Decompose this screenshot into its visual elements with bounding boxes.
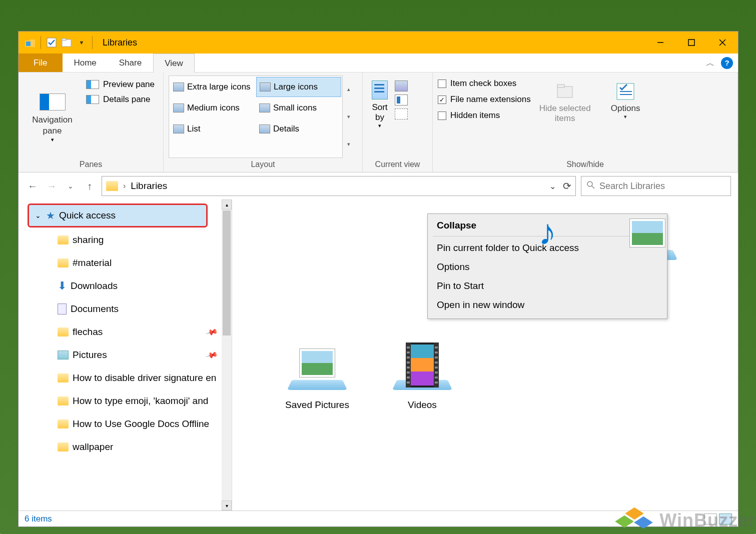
address-dropdown-icon[interactable]: ⌄	[549, 182, 556, 191]
up-button[interactable]: ↑	[83, 179, 97, 193]
sidebar-item--material[interactable]: #material	[19, 252, 232, 274]
sidebar-item-how-to-disable-driver-si[interactable]: How to disable driver signature en	[19, 366, 232, 390]
document-icon	[58, 304, 67, 314]
close-button[interactable]	[707, 32, 738, 54]
titlebar[interactable]: ▼ Libraries	[19, 32, 738, 54]
checkbox-checked-icon	[438, 96, 446, 104]
forward-button[interactable]: →	[45, 179, 59, 193]
sidebar-item-how-to-use-google-docs-o[interactable]: How to Use Google Docs Offline	[19, 412, 232, 436]
item-check-boxes-toggle[interactable]: Item check boxes	[438, 78, 531, 88]
scrollbar-up-button[interactable]: ▴	[222, 200, 232, 210]
maximize-button[interactable]	[676, 32, 707, 54]
breadcrumb[interactable]: Libraries	[131, 180, 167, 192]
chevron-expand-icon[interactable]: ▾	[347, 141, 350, 148]
pin-icon: 📌	[205, 348, 219, 362]
collapse-ribbon-icon[interactable]: ︿	[706, 57, 715, 69]
hidden-items-toggle[interactable]: Hidden items	[438, 110, 531, 120]
svg-rect-2	[26, 42, 31, 46]
navigation-pane-button[interactable]: Navigation pane ▾	[24, 76, 81, 158]
sidebar-item-label: How to Use Google Docs Offline	[73, 418, 209, 430]
tab-file[interactable]: File	[19, 54, 63, 72]
sort-by-button[interactable]: Sort by ▾	[368, 78, 392, 158]
file-name-extensions-toggle[interactable]: File name extensions	[438, 94, 531, 104]
svg-rect-7	[688, 40, 694, 46]
back-button[interactable]: ←	[26, 179, 40, 193]
library-label: Videos	[408, 400, 437, 410]
chevron-up-icon[interactable]: ▴	[347, 86, 350, 92]
layout-item-icon	[173, 82, 184, 92]
details-pane-button[interactable]: Details pane	[86, 94, 155, 104]
ribbon-group-layout: Extra large iconsLarge iconsMedium icons…	[164, 72, 363, 172]
svg-rect-10	[557, 86, 572, 98]
file-name-extensions-label: File name extensions	[450, 94, 531, 104]
address-bar[interactable]: › Libraries ⌄ ⟳	[102, 176, 576, 196]
layout-item-large-icons[interactable]: Large icons	[256, 77, 341, 97]
sidebar-item-label: wallpaper	[73, 442, 113, 452]
quick-access-label: Quick access	[59, 210, 116, 221]
file-list[interactable]: ♪MusicPicturesSaved PicturesVideos Colla…	[232, 200, 738, 510]
separator	[92, 36, 93, 49]
tab-share[interactable]: Share	[108, 54, 153, 72]
minimize-button[interactable]	[645, 32, 676, 54]
sidebar-item-flechas[interactable]: flechas📌	[19, 320, 232, 344]
context-menu-open-new-window[interactable]: Open in new window	[428, 296, 667, 314]
options-button[interactable]: Options ▾	[599, 78, 652, 158]
sidebar-item-wallpaper[interactable]: wallpaper	[19, 436, 232, 458]
context-menu-pin-start[interactable]: Pin to Start	[428, 276, 667, 296]
layout-item-icon	[259, 124, 270, 134]
add-columns-button[interactable]	[395, 94, 408, 106]
tab-home[interactable]: Home	[63, 54, 108, 72]
separator	[41, 36, 41, 49]
layout-item-small-icons[interactable]: Small icons	[256, 98, 341, 118]
layout-gallery[interactable]: Extra large iconsLarge iconsMedium icons…	[169, 76, 343, 158]
chevron-down-icon[interactable]: ▾	[347, 114, 350, 120]
library-videos[interactable]: Videos	[382, 340, 462, 410]
ribbon-group-label: Layout	[169, 158, 357, 171]
group-by-button[interactable]	[395, 80, 408, 92]
layout-item-icon	[260, 82, 271, 92]
sidebar-item-sharing[interactable]: sharing	[19, 228, 232, 252]
library-saved-pictures[interactable]: Saved Pictures	[277, 340, 357, 410]
context-menu-options[interactable]: Options	[428, 258, 667, 276]
svg-point-15	[587, 182, 592, 186]
layout-item-icon	[173, 104, 184, 112]
sidebar-item-documents[interactable]: Documents	[19, 298, 232, 320]
layout-item-details[interactable]: Details	[256, 119, 341, 139]
size-columns-button[interactable]	[395, 108, 408, 120]
breadcrumb-chevron-icon[interactable]: ›	[123, 182, 126, 190]
picture-icon	[630, 219, 665, 247]
layout-item-label: List	[187, 124, 200, 134]
layout-item-list[interactable]: List	[170, 119, 255, 139]
layout-item-label: Small icons	[273, 103, 317, 113]
layout-item-medium-icons[interactable]: Medium icons	[170, 98, 255, 118]
search-input[interactable]: Search Libraries	[581, 176, 731, 196]
tab-view[interactable]: View	[153, 54, 195, 72]
navigation-tree[interactable]: ▴ ▾ ⌄ ★ Quick access sharing#material⬇Do…	[19, 200, 232, 510]
refresh-button[interactable]: ⟳	[563, 180, 571, 192]
sidebar-item-label: How to disable driver signature en	[73, 372, 216, 384]
svg-line-16	[592, 186, 594, 188]
folder-icon	[58, 236, 69, 244]
hide-selected-items-button[interactable]: Hide selected items	[539, 78, 591, 158]
address-row: ← → ⌄ ↑ › Libraries ⌄ ⟳ Search Libraries	[19, 172, 738, 200]
qat-newfolder-icon[interactable]	[61, 37, 72, 48]
layout-scroll[interactable]: ▴▾▾	[344, 76, 354, 158]
sidebar-item-pictures[interactable]: Pictures📌	[19, 344, 232, 366]
sidebar-item-downloads[interactable]: ⬇Downloads	[19, 274, 232, 298]
layout-item-extra-large-icons[interactable]: Extra large icons	[170, 77, 255, 97]
preview-pane-button[interactable]: Preview pane	[86, 80, 155, 90]
scrollbar-down-button[interactable]: ▾	[222, 500, 232, 510]
watermark-logo	[616, 508, 652, 532]
recent-locations-button[interactable]: ⌄	[64, 179, 78, 193]
sidebar-item-how-to-type-emoji-kaomoj[interactable]: How to type emoji, 'kaomoji' and	[19, 390, 232, 412]
layout-item-label: Extra large icons	[187, 82, 251, 92]
qat-dropdown-icon[interactable]: ▼	[76, 37, 87, 48]
sidebar-item-label: Documents	[71, 304, 119, 314]
qat-properties-icon[interactable]	[46, 37, 57, 48]
content-area: ▴ ▾ ⌄ ★ Quick access sharing#material⬇Do…	[19, 200, 738, 510]
help-icon[interactable]: ?	[721, 57, 733, 69]
expand-caret-icon[interactable]: ⌄	[35, 212, 42, 220]
layout-item-icon	[173, 124, 184, 134]
watermark-text: WinBuzzer	[659, 510, 756, 531]
sidebar-item-quick-access[interactable]: ⌄ ★ Quick access	[28, 204, 208, 228]
